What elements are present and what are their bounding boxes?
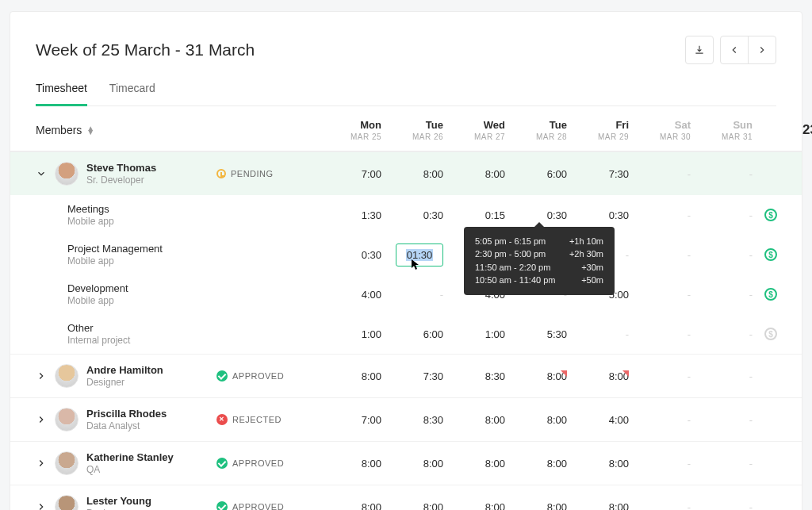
grand-total: 230:00 [789,122,812,138]
time-cell-editing[interactable]: 01:30 [388,243,443,267]
prev-week-button[interactable] [720,36,749,64]
time-cell[interactable]: 8:30 [450,370,505,382]
task-row: Project Management Mobile app 0:30 01:30… [10,235,802,274]
time-cell[interactable]: 0:30 [573,209,629,221]
time-cell[interactable]: 1:00 [450,328,505,340]
tab-timesheet[interactable]: Timesheet [36,82,87,106]
time-cell[interactable]: 0:30 5:05 pm - 6:15 pm+1h 10m2:30 pm - 5… [511,209,567,221]
time-cell[interactable]: 8:00 [573,458,629,470]
day-header: TueMAR 26 [388,119,443,141]
member-row[interactable]: Andre HamiltonDesigner APPROVED 8:007:30… [10,354,802,397]
status-pending-icon [216,169,226,178]
time-cell[interactable]: 1:00 [326,328,381,340]
time-cell[interactable]: 8:00 [511,458,567,470]
time-cell[interactable]: - [635,414,691,426]
time-cell[interactable]: - [635,209,691,221]
time-cell[interactable]: - [697,501,753,511]
chevron-right-icon [756,44,768,56]
time-cell[interactable]: 8:00 [326,458,381,470]
day-header: SunMAR 31 [697,119,753,141]
time-cell[interactable]: 8:00 [573,501,629,511]
time-cell[interactable]: 8:00 [450,458,505,470]
task-project: Mobile app [67,216,210,227]
row-total: 13:00 [789,289,812,301]
billable-icon: $ [764,328,777,340]
time-cell[interactable]: 8:00 [388,501,443,511]
member-row[interactable]: Katherine StanleyQA APPROVED 8:008:008:0… [10,441,802,485]
time-cell[interactable]: 4:00 [573,414,629,426]
row-total: 13:30 [789,328,812,340]
avatar [55,451,79,475]
time-cell[interactable]: 8:00 [326,370,381,382]
time-cell[interactable]: 0:30 [326,249,381,261]
time-cell[interactable]: - [697,370,753,382]
time-cell[interactable]: - [697,458,753,470]
time-cell[interactable]: 8:00 [511,370,567,382]
tab-timecard[interactable]: Timecard [109,82,155,105]
time-cell[interactable]: 4:00 [326,289,381,301]
avatar [55,162,79,186]
member-row[interactable]: Priscilla RhodesData Analyst REJECTED 7:… [10,397,802,441]
row-total: 40:00 [789,370,812,382]
time-cell[interactable]: 7:00 [326,414,381,426]
time-cell[interactable]: 7:00 [326,168,381,180]
expand-toggle[interactable] [36,458,47,469]
time-cell[interactable]: 8:00 [450,168,505,180]
status-rejected-icon [216,414,228,425]
task-name: Project Management [67,243,210,255]
time-cell[interactable]: - [697,289,753,301]
time-cell[interactable]: 8:00 [511,414,567,426]
time-cell[interactable]: - [635,249,691,261]
status-label: APPROVED [232,502,284,510]
time-cell[interactable]: - [635,328,691,340]
member-name: Katherine Stanley [86,451,174,463]
time-cell[interactable]: 0:15 [450,209,505,221]
time-breakdown-tooltip: 5:05 pm - 6:15 pm+1h 10m2:30 pm - 5:00 p… [464,227,615,295]
next-week-button[interactable] [748,36,776,64]
status-label: APPROVED [232,371,284,381]
download-button[interactable] [685,36,714,64]
time-cell[interactable]: 7:30 [388,370,443,382]
time-cell[interactable]: - [697,249,753,261]
chevron-left-icon [729,44,740,56]
time-cell[interactable]: 8:00 [388,168,443,180]
time-cell[interactable]: - [635,458,691,470]
time-cell[interactable]: - [697,209,753,221]
members-header[interactable]: Members ▲▼ [36,124,320,136]
time-cell[interactable]: 6:00 [511,168,567,180]
time-cell[interactable]: 7:30 [573,168,629,180]
status-badge: REJECTED [216,414,320,425]
time-cell[interactable]: - [635,501,691,511]
status-badge: APPROVED [216,458,320,469]
time-cell[interactable]: - [388,289,443,301]
time-cell[interactable]: 8:30 [388,414,443,426]
expand-toggle[interactable] [36,370,47,382]
member-row[interactable]: Steve ThomasSr. Developer PENDING 7:008:… [10,151,802,195]
download-icon [694,44,705,56]
time-cell[interactable]: - [697,414,753,426]
time-cell[interactable]: - [635,289,691,301]
time-cell[interactable]: 0:30 [388,209,443,221]
time-cell[interactable]: - [697,168,753,180]
flag-icon [561,370,567,377]
time-cell[interactable]: 5:30 [511,328,567,340]
row-total: 40:00 [789,458,812,470]
time-cell[interactable]: 1:30 [326,209,381,221]
time-cell[interactable]: 8:00 [450,501,505,511]
expand-toggle[interactable] [36,414,47,425]
time-cell[interactable]: 8:00 [511,501,567,511]
time-cell[interactable]: - [635,168,691,180]
time-cell[interactable]: 8:00 [388,458,443,470]
row-total: 6:45 [789,249,812,261]
time-cell[interactable]: - [697,328,753,340]
expand-toggle[interactable] [36,168,47,179]
time-cell[interactable]: 8:00 [326,501,381,511]
time-cell[interactable]: 8:00 [573,370,629,382]
member-row[interactable]: Lester YoungDesigner APPROVED 8:008:008:… [10,485,802,510]
time-cell[interactable]: - [635,370,691,382]
time-cell[interactable]: 8:00 [450,414,505,426]
expand-toggle[interactable] [36,501,47,510]
time-cell[interactable]: - [573,328,629,340]
time-cell[interactable]: 6:00 [388,328,443,340]
status-badge: APPROVED [216,501,320,510]
